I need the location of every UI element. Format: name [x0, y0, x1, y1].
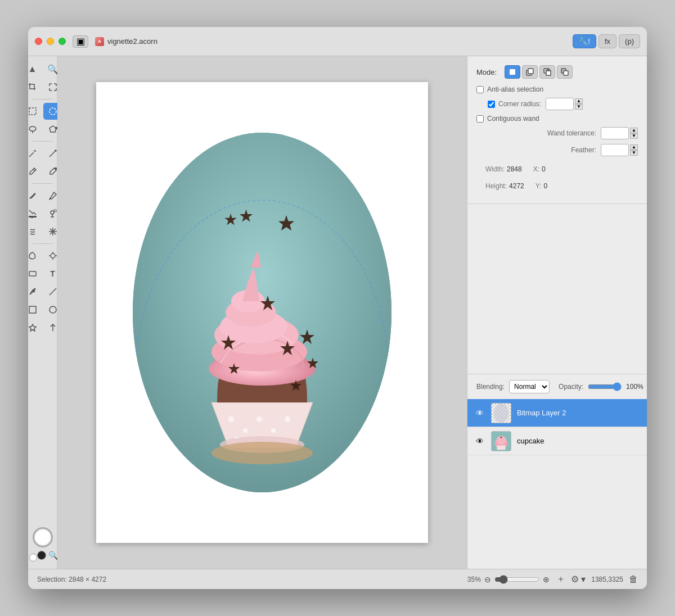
y-item: Y: 0: [536, 182, 547, 190]
wand-tolerance-up[interactable]: ▲: [630, 128, 638, 133]
pen-tool[interactable]: [28, 283, 42, 300]
corner-radius-input[interactable]: 20: [546, 98, 574, 110]
feather-input[interactable]: 0: [601, 144, 629, 156]
tools-button[interactable]: 🔧!: [573, 34, 596, 48]
zoom-minus-icon[interactable]: ⊖: [484, 575, 491, 584]
p-button[interactable]: (p): [619, 34, 640, 48]
corner-radius-checkbox[interactable]: [488, 101, 495, 108]
rect2-tool[interactable]: [28, 301, 42, 318]
sidebar-toggle-button[interactable]: ▣: [73, 35, 88, 48]
svg-point-22: [51, 253, 55, 258]
fill-tool[interactable]: [28, 205, 42, 222]
lasso-tool[interactable]: [28, 121, 42, 138]
svg-rect-27: [29, 271, 36, 276]
y-value: 0: [543, 182, 547, 190]
fx-button[interactable]: fx: [598, 34, 616, 48]
traffic-lights: [35, 38, 66, 45]
svg-marker-3: [50, 126, 56, 132]
layer-item[interactable]: 👁: [467, 399, 647, 427]
corner-radius-down[interactable]: ▼: [575, 104, 583, 110]
dimensions-row2: Height: 4272 Y: 0: [476, 178, 638, 194]
panel-spacer: [467, 204, 647, 374]
y-label: Y:: [536, 182, 542, 190]
star-tool[interactable]: [28, 319, 42, 336]
coordinates-label: 1385,3325: [591, 576, 623, 583]
maximize-button[interactable]: [58, 38, 66, 45]
magic-wand-tool[interactable]: [28, 145, 42, 162]
svg-point-13: [55, 168, 56, 170]
height-value: 4272: [509, 182, 524, 190]
zoom-area: 35% ⊖ ⊕: [467, 575, 550, 584]
delete-layer-button[interactable]: 🗑: [629, 574, 638, 585]
layer-item[interactable]: 👁 cupcake: [467, 427, 647, 455]
blending-select[interactable]: Normal Multiply Screen Overlay: [509, 380, 550, 393]
layer-eye-icon[interactable]: 👁: [474, 436, 485, 447]
rect-marquee-tool[interactable]: [28, 103, 42, 120]
mode-btn-1[interactable]: [505, 65, 520, 79]
zoom-value: 35%: [467, 576, 481, 583]
opacity-value: 100%: [626, 383, 644, 391]
wand-tolerance-down[interactable]: ▼: [630, 133, 638, 139]
svg-rect-68: [528, 69, 533, 74]
mode-row: Mode:: [476, 65, 638, 79]
zoom-tool-small[interactable]: 🔍: [48, 551, 58, 560]
pencil-tool[interactable]: [28, 187, 42, 204]
zoom-plus-icon[interactable]: ⊕: [543, 575, 550, 584]
white-swatch[interactable]: [29, 554, 37, 561]
crop-tool[interactable]: [28, 79, 42, 96]
svg-point-28: [33, 291, 34, 292]
height-label: Height:: [485, 182, 507, 190]
svg-rect-30: [29, 306, 36, 313]
arrow-tool[interactable]: ▲: [28, 61, 42, 78]
close-button[interactable]: [35, 38, 42, 45]
anti-alias-row: Anti-alias selection: [476, 85, 638, 93]
svg-point-40: [256, 416, 262, 422]
layer-name: cupcake: [517, 437, 640, 445]
svg-line-5: [29, 152, 34, 157]
corner-radius-row: Corner radius: 20 ▲ ▼: [476, 98, 638, 110]
svg-point-17: [54, 210, 56, 212]
layer-eye-icon[interactable]: 👁: [474, 407, 485, 419]
file-title: A vignette2.acorn: [95, 37, 158, 46]
svg-rect-73: [564, 71, 568, 75]
wand-tolerance-input[interactable]: 20: [601, 127, 629, 139]
mode-btn-3[interactable]: [539, 65, 555, 79]
contiguous-wand-checkbox[interactable]: [476, 115, 484, 123]
status-bar: Selection: 2848 × 4272 35% ⊖ ⊕ ＋ ⚙ ▾ 138…: [28, 569, 647, 589]
toolbar-right: 🔧! fx (p): [573, 34, 640, 48]
anti-alias-checkbox[interactable]: [476, 86, 484, 93]
contiguous-wand-row: Contiguous wand: [476, 115, 638, 123]
zoom-slider[interactable]: [494, 575, 539, 584]
svg-point-42: [285, 416, 290, 422]
feather-down[interactable]: ▼: [630, 150, 638, 156]
add-layer-button[interactable]: ＋: [556, 573, 565, 585]
svg-point-39: [243, 428, 248, 433]
canvas-area[interactable]: [57, 56, 467, 569]
canvas-wrapper: [96, 82, 428, 543]
feather-up[interactable]: ▲: [630, 144, 638, 150]
layers-panel: 👁: [467, 399, 647, 569]
layer-settings-button[interactable]: ⚙ ▾: [571, 574, 586, 585]
black-swatch[interactable]: [37, 551, 46, 560]
svg-point-38: [228, 416, 234, 422]
svg-rect-0: [29, 108, 36, 115]
svg-point-41: [271, 428, 276, 433]
width-value: 2848: [507, 165, 522, 173]
opacity-slider[interactable]: [588, 382, 622, 391]
mode-label: Mode:: [476, 68, 505, 76]
x-label: X:: [533, 165, 539, 173]
shape-tool[interactable]: [28, 247, 42, 264]
blending-label: Blending:: [476, 383, 505, 391]
anti-alias-label: Anti-alias selection: [487, 85, 543, 93]
corner-radius-up[interactable]: ▲: [575, 98, 583, 104]
mode-btn-2[interactable]: [522, 65, 538, 79]
smudge-tool[interactable]: [28, 223, 42, 240]
svg-rect-83: [497, 445, 505, 450]
mode-btn-4[interactable]: [557, 65, 573, 79]
stroke-color-swatch[interactable]: [33, 527, 53, 547]
eyedropper-tool[interactable]: [28, 163, 42, 180]
mode-buttons: [505, 65, 573, 79]
svg-rect-66: [510, 69, 515, 75]
rect-shape-tool[interactable]: [28, 265, 42, 282]
minimize-button[interactable]: [47, 38, 54, 45]
